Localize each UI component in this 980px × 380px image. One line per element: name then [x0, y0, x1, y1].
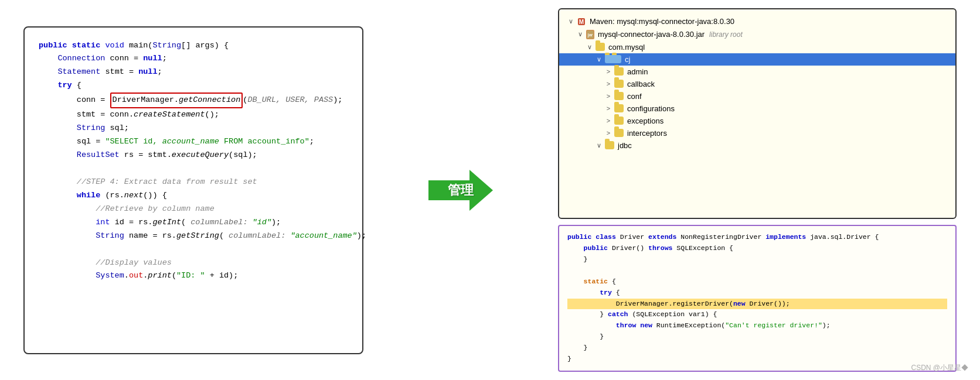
code-line-8: sql = "SELECT id, account_name FROM acco…: [39, 135, 348, 149]
arrow-shape: 管理: [428, 170, 493, 211]
tree-panel: ∨ M Maven: mysql:mysql-connector-java:8.…: [558, 8, 957, 219]
snippet-line-7: } catch (SQLException var1) {: [567, 309, 947, 320]
snippet-line-2: public Driver() throws SQLException {: [567, 243, 947, 254]
folder-commysql-icon: [596, 43, 605, 51]
snippet-line-6: DriverManager.registerDriver(new Driver(…: [567, 299, 947, 310]
exceptions-label: exceptions: [627, 117, 663, 125]
folder-jdbc-icon: [605, 141, 614, 149]
tree-item-exceptions[interactable]: > exceptions: [559, 115, 955, 127]
toggle-jdbc: ∨: [594, 142, 604, 149]
folder-configurations-icon: [614, 104, 624, 112]
code-line-9: ResultSet rs = stmt.executeQuery(sql);: [39, 149, 348, 162]
tree-item-interceptors[interactable]: > interceptors: [559, 127, 955, 139]
code-line-blank2: [39, 243, 348, 256]
conf-label: conf: [627, 92, 642, 101]
toggle-interceptors: >: [604, 129, 613, 136]
snippet-panel: public class Driver extends NonRegisteri…: [558, 225, 957, 372]
snippet-line-8: throw new RuntimeException("Can't regist…: [567, 320, 947, 331]
jar-secondary: library root: [709, 30, 743, 39]
code-line-12: //Retrieve by column name: [39, 203, 348, 216]
code-line-16: System.out.print("ID: " + id);: [39, 269, 348, 283]
arrow-area: 管理: [420, 170, 502, 211]
code-line-3: Statement stmt = null;: [39, 66, 348, 79]
code-line-14: String name = rs.getString( columnLabel:…: [39, 230, 348, 243]
code-line-5: conn = DriverManager.getConnection(DB_UR…: [39, 93, 348, 108]
code-line-6: stmt = conn.createStatement();: [39, 108, 348, 122]
svg-text:M: M: [579, 19, 584, 25]
jar-label: mysql-connector-java-8.0.30.jar: [598, 30, 705, 39]
tree-item-cj[interactable]: ∨ cj: [559, 53, 955, 66]
code-line-13: int id = rs.getInt( columnLabel: "id");: [39, 216, 348, 230]
toggle-exceptions: >: [604, 117, 613, 124]
toggle-cj: ∨: [594, 56, 604, 63]
code-line-15: //Display values: [39, 256, 348, 270]
tree-item-jdbc[interactable]: ∨ jdbc: [559, 139, 955, 152]
code-line-4: try {: [39, 79, 348, 93]
toggle-configurations: >: [604, 105, 613, 112]
main-container: public static void main(String[] args) {…: [0, 0, 980, 380]
folder-admin-icon: [614, 67, 624, 76]
tree-item-admin[interactable]: > admin: [559, 66, 955, 78]
snippet-line-1: public class Driver extends NonRegisteri…: [567, 232, 947, 243]
cj-label: cj: [625, 55, 630, 64]
jar-icon: jar: [586, 30, 594, 39]
right-panel: ∨ M Maven: mysql:mysql-connector-java:8.…: [558, 8, 957, 372]
callback-label: callback: [627, 80, 655, 88]
maven-icon: M: [577, 17, 586, 26]
tree-item-conf[interactable]: > conf: [559, 90, 955, 102]
snippet-line-4: static {: [567, 276, 947, 287]
tree-item-jar[interactable]: ∨ jar mysql-connector-java-8.0.30.jar li…: [559, 28, 955, 41]
folder-interceptors-icon: [614, 129, 624, 137]
snippet-line-9: }: [567, 331, 947, 343]
folder-conf-icon: [614, 92, 624, 100]
snippet-line-blank: [567, 265, 947, 276]
folder-cj-icon2: [612, 55, 621, 63]
toggle-jar: ∨: [576, 30, 585, 38]
code-line-blank1: [39, 162, 348, 176]
toggle-commysql: ∨: [585, 43, 594, 51]
svg-text:jar: jar: [587, 33, 593, 37]
snippet-line-3: }: [567, 254, 947, 265]
toggle-conf: >: [604, 93, 613, 100]
folder-callback-icon: [614, 80, 624, 88]
toggle-maven: ∨: [566, 18, 576, 25]
configurations-label: configurations: [627, 104, 675, 113]
tree-item-commysql[interactable]: ∨ com.mysql: [559, 41, 955, 53]
toggle-admin: >: [604, 68, 613, 75]
folder-exceptions-icon: [614, 117, 624, 125]
jdbc-label: jdbc: [618, 141, 632, 150]
maven-label: Maven: mysql:mysql-connector-java:8.0.30: [590, 17, 734, 26]
snippet-line-5: try {: [567, 287, 947, 299]
code-line-11: while (rs.next()) {: [39, 189, 348, 203]
toggle-callback: >: [604, 80, 613, 87]
tree-item-maven[interactable]: ∨ M Maven: mysql:mysql-connector-java:8.…: [559, 15, 955, 28]
interceptors-label: interceptors: [627, 129, 667, 138]
arrow-text: 管理: [448, 182, 474, 199]
code-line-2: Connection conn = null;: [39, 52, 348, 66]
commysql-label: com.mysql: [608, 43, 645, 52]
tree-item-configurations[interactable]: > configurations: [559, 102, 955, 115]
admin-label: admin: [627, 67, 648, 76]
code-line-7: String sql;: [39, 122, 348, 135]
snippet-line-10: }: [567, 343, 947, 354]
code-line-10: //STEP 4: Extract data from result set: [39, 176, 348, 189]
snippet-line-11: }: [567, 354, 947, 365]
tree-item-callback[interactable]: > callback: [559, 78, 955, 90]
watermark: CSDN @小星星◆: [911, 363, 968, 373]
left-code-panel: public static void main(String[] args) {…: [23, 26, 363, 354]
code-line-1: public static void main(String[] args) {: [39, 39, 348, 53]
